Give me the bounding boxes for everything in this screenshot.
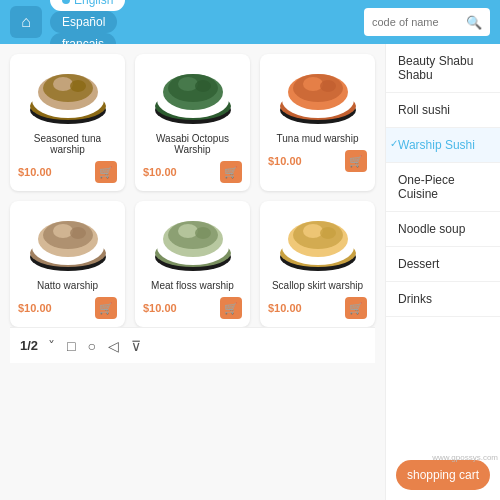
product-card-4: Meat floss warship$10.00🛒: [135, 201, 250, 327]
search-input[interactable]: [372, 16, 462, 28]
product-image-5: [273, 209, 363, 274]
svg-point-20: [320, 80, 336, 92]
product-image-2: [273, 62, 363, 127]
add-to-cart-button-1[interactable]: 🛒: [220, 161, 242, 183]
product-footer-1: $10.00🛒: [143, 161, 242, 183]
svg-point-12: [178, 77, 198, 91]
add-to-cart-button-2[interactable]: 🛒: [345, 150, 367, 172]
page-info: 1/2: [20, 338, 38, 353]
product-footer-3: $10.00🛒: [18, 297, 117, 319]
product-price-2: $10.00: [268, 155, 302, 167]
svg-point-33: [178, 224, 198, 238]
app-container: ⌂ EnglishEspañolfrançais 🔍 Seasoned tuna…: [0, 0, 500, 500]
product-card-0: Seasoned tuna warship$10.00🛒: [10, 54, 125, 191]
sidebar-item-3[interactable]: One-Piece Cuisine: [386, 163, 500, 212]
product-name-0: Seasoned tuna warship: [18, 133, 117, 155]
add-to-cart-button-4[interactable]: 🛒: [220, 297, 242, 319]
product-footer-5: $10.00🛒: [268, 297, 367, 319]
product-footer-0: $10.00🛒: [18, 161, 117, 183]
product-name-1: Wasabi Octopus Warship: [143, 133, 242, 155]
sidebar-item-5[interactable]: Dessert: [386, 247, 500, 282]
add-to-cart-button-0[interactable]: 🛒: [95, 161, 117, 183]
product-image-0: [23, 62, 113, 127]
product-image-3: [23, 209, 113, 274]
add-to-cart-button-5[interactable]: 🛒: [345, 297, 367, 319]
product-price-0: $10.00: [18, 166, 52, 178]
product-card-2: Tuna mud warship$10.00🛒: [260, 54, 375, 191]
product-name-5: Scallop skirt warship: [272, 280, 363, 291]
product-image-4: [148, 209, 238, 274]
cart-section: shopping cart: [386, 450, 500, 500]
svg-point-6: [70, 80, 86, 92]
svg-point-40: [303, 224, 323, 238]
sidebar-item-6[interactable]: Drinks: [386, 282, 500, 317]
product-price-1: $10.00: [143, 166, 177, 178]
products-area: Seasoned tuna warship$10.00🛒 Wasabi Octo…: [0, 44, 385, 500]
svg-point-34: [195, 227, 211, 239]
product-name-2: Tuna mud warship: [277, 133, 359, 144]
svg-point-27: [70, 227, 86, 239]
sidebar-items: Beauty Shabu ShabuRoll sushiWarship Sush…: [386, 44, 500, 317]
chevron-down-icon[interactable]: ˅: [48, 338, 55, 354]
sidebar: Beauty Shabu ShabuRoll sushiWarship Sush…: [385, 44, 500, 500]
main-content: Seasoned tuna warship$10.00🛒 Wasabi Octo…: [0, 44, 500, 500]
svg-point-41: [320, 227, 336, 239]
total-pages: 2: [31, 338, 38, 353]
square-icon[interactable]: □: [67, 338, 75, 354]
search-box: 🔍: [364, 8, 490, 36]
language-button-español[interactable]: Español: [50, 11, 117, 33]
product-card-1: Wasabi Octopus Warship$10.00🛒: [135, 54, 250, 191]
product-name-3: Natto warship: [37, 280, 98, 291]
language-button-english[interactable]: English: [50, 0, 125, 11]
navigation-icons: ˅ □ ○ ◁ ⊽: [48, 338, 141, 354]
back-icon[interactable]: ◁: [108, 338, 119, 354]
product-footer-2: $10.00🛒: [268, 150, 367, 172]
home-icon: ⌂: [21, 13, 31, 31]
bottom-bar: 1/2 ˅ □ ○ ◁ ⊽: [10, 327, 375, 363]
shopping-cart-button[interactable]: shopping cart: [396, 460, 490, 490]
product-footer-4: $10.00🛒: [143, 297, 242, 319]
sidebar-item-4[interactable]: Noodle soup: [386, 212, 500, 247]
svg-point-5: [53, 77, 73, 91]
product-price-3: $10.00: [18, 302, 52, 314]
sidebar-item-1[interactable]: Roll sushi: [386, 93, 500, 128]
svg-point-13: [195, 80, 211, 92]
svg-point-19: [303, 77, 323, 91]
svg-point-26: [53, 224, 73, 238]
menu-icon[interactable]: ⊽: [131, 338, 141, 354]
sidebar-item-0[interactable]: Beauty Shabu Shabu: [386, 44, 500, 93]
product-card-5: Scallop skirt warship$10.00🛒: [260, 201, 375, 327]
circle-icon[interactable]: ○: [88, 338, 96, 354]
add-to-cart-button-3[interactable]: 🛒: [95, 297, 117, 319]
product-name-4: Meat floss warship: [151, 280, 234, 291]
product-card-3: Natto warship$10.00🛒: [10, 201, 125, 327]
sidebar-item-2[interactable]: Warship Sushi: [386, 128, 500, 163]
products-grid: Seasoned tuna warship$10.00🛒 Wasabi Octo…: [10, 54, 375, 327]
product-price-4: $10.00: [143, 302, 177, 314]
home-button[interactable]: ⌂: [10, 6, 42, 38]
header: ⌂ EnglishEspañolfrançais 🔍: [0, 0, 500, 44]
product-price-5: $10.00: [268, 302, 302, 314]
product-image-1: [148, 62, 238, 127]
search-icon[interactable]: 🔍: [466, 15, 482, 30]
